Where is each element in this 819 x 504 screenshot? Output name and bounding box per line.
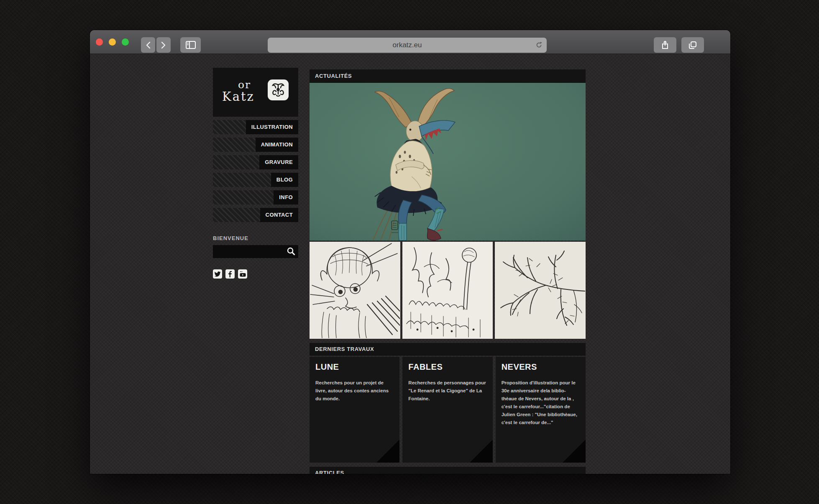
close-window-button[interactable] — [96, 38, 103, 46]
logo-text-or: or — [238, 79, 251, 91]
section-header-articles: ARTICLES — [310, 467, 586, 474]
search-input[interactable] — [213, 245, 298, 258]
card-description: Recherches de personnages pour "Le Renar… — [408, 379, 486, 403]
facebook-icon[interactable] — [225, 269, 235, 279]
card-title: NEVERS — [502, 362, 580, 372]
social-links — [213, 269, 298, 279]
section-title: ACTUALITÉS — [315, 73, 352, 79]
section-header-derniers-travaux: DERNIERS TRAVAUX — [310, 343, 586, 356]
share-button[interactable] — [654, 37, 676, 53]
nav-label: BLOG — [271, 173, 298, 187]
latest-works-cards: LUNE Recherches pour un projet de livre,… — [310, 357, 586, 463]
tabs-icon — [688, 41, 697, 49]
webpage-content: or Katz — [90, 54, 730, 474]
twitter-icon[interactable] — [213, 269, 222, 279]
tab-overview-button[interactable] — [681, 37, 704, 53]
work-card-fables[interactable]: FABLES Recherches de personnages pour "L… — [402, 357, 492, 463]
search-submit-button[interactable] — [286, 247, 296, 257]
corner-fold-icon — [376, 440, 399, 463]
card-description: Proposition d'illustration pour le 30e a… — [502, 379, 580, 427]
section-title: DERNIERS TRAVAUX — [315, 346, 374, 352]
nav-item-illustration[interactable]: ILLUSTRATION — [213, 120, 298, 134]
card-description: Recherches pour un projet de livre, auto… — [315, 379, 394, 403]
minimize-window-button[interactable] — [109, 38, 116, 46]
featured-artwork[interactable] — [310, 83, 586, 240]
main-navigation: ILLUSTRATION ANIMATION GRAVURE BLOG INFO… — [213, 120, 298, 222]
thumbnail-strip — [310, 242, 586, 339]
back-button[interactable] — [141, 37, 155, 53]
browser-window: orkatz.eu or Katz — [90, 30, 730, 474]
search-box — [213, 245, 298, 258]
corner-fold-icon — [470, 440, 493, 463]
logo-text-katz: Katz — [222, 90, 255, 104]
nav-label: GRAVURE — [259, 155, 298, 169]
thumbnail-creature-sketch[interactable] — [310, 242, 400, 339]
nav-item-blog[interactable]: BLOG — [213, 173, 298, 187]
section-title: ARTICLES — [315, 470, 344, 474]
nav-item-info[interactable]: INFO — [213, 190, 298, 205]
thumbnail-branches-sketch[interactable] — [402, 242, 493, 339]
nav-label: INFO — [274, 190, 298, 205]
nav-label: ILLUSTRATION — [246, 120, 298, 134]
site-logo[interactable]: or Katz — [213, 68, 298, 117]
section-header-actualites: ACTUALITÉS — [310, 69, 586, 83]
forward-button[interactable] — [156, 37, 171, 53]
browser-titlebar: orkatz.eu — [90, 30, 730, 54]
search-icon — [287, 251, 296, 257]
nav-item-animation[interactable]: ANIMATION — [213, 138, 298, 152]
chevron-left-icon — [146, 41, 151, 49]
main-column: ACTUALITÉS — [310, 69, 586, 474]
share-icon — [662, 41, 668, 49]
reload-icon[interactable] — [535, 41, 543, 51]
window-controls — [96, 38, 129, 46]
thumbnail-tree-sketch[interactable] — [495, 242, 586, 339]
work-card-nevers[interactable]: NEVERS Proposition d'illustration pour l… — [496, 357, 586, 463]
logo-monogram-icon — [268, 79, 289, 100]
card-title: FABLES — [408, 362, 486, 372]
nav-label: CONTACT — [260, 208, 298, 222]
nav-item-contact[interactable]: CONTACT — [213, 208, 298, 222]
nav-label: ANIMATION — [256, 138, 298, 152]
corner-fold-icon — [563, 440, 586, 463]
card-title: LUNE — [315, 362, 394, 372]
zoom-window-button[interactable] — [122, 38, 129, 46]
sidebar-icon — [186, 41, 196, 49]
work-card-lune[interactable]: LUNE Recherches pour un projet de livre,… — [310, 357, 399, 463]
welcome-label: BIENVENUE — [213, 235, 298, 241]
youtube-icon[interactable] — [238, 269, 247, 279]
url-text: orkatz.eu — [393, 41, 422, 49]
desktop-background: { "browser": { "url": "orkatz.eu", "butt… — [0, 0, 819, 504]
site-sidebar: or Katz — [213, 68, 298, 279]
nav-item-gravure[interactable]: GRAVURE — [213, 155, 298, 169]
chevron-right-icon — [161, 41, 166, 49]
sidebar-toggle-button[interactable] — [180, 37, 201, 53]
address-bar[interactable]: orkatz.eu — [268, 38, 547, 53]
